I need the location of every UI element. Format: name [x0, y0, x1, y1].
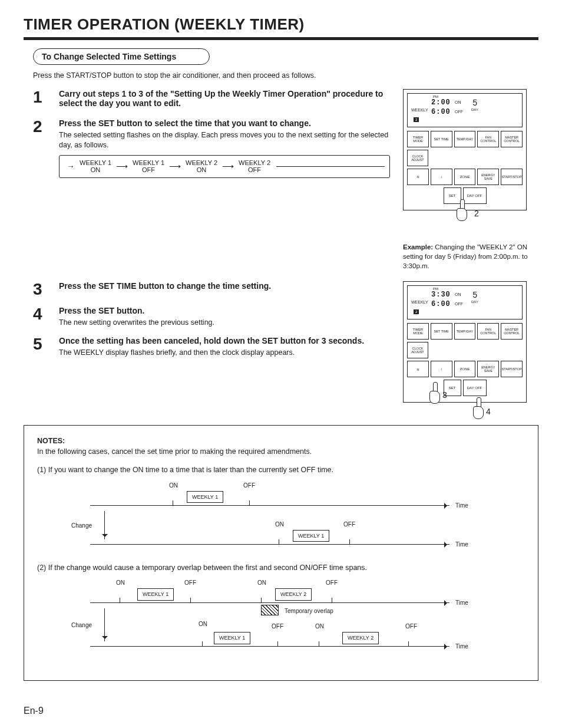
fan-control-button: FAN CONTROL — [477, 131, 499, 147]
step-number: 4 — [33, 306, 59, 328]
step-title: Once the setting has been canceled, hold… — [59, 336, 390, 345]
clock-adjust-button: CLOCK ADJUST — [407, 150, 428, 166]
step-number: 5 — [33, 336, 59, 358]
sequence-diagram: → WEEKLY 1ON ⟶ WEEKLY 1OFF ⟶ WEEKLY 2ON … — [59, 155, 390, 178]
step-desc: The selected setting flashes on the disp… — [59, 130, 390, 150]
section-heading: To Change Selected Time Settings — [33, 48, 210, 65]
notes-title: NOTES: — [37, 437, 65, 445]
set-time-button: SET TIME — [431, 131, 452, 147]
weekly1-box: WEEKLY 1 — [214, 632, 250, 644]
step-title: Press the SET button to select the time … — [59, 118, 390, 128]
zone-button: ZONE — [454, 169, 476, 185]
weekly1-box: WEEKLY 1 — [137, 588, 174, 601]
lcd-display: PM 2:00ON 6:00OFF WEEKLY 5 DAY 2 — [407, 93, 523, 127]
remote-illustration-2: PM 3:30ON 6:00OFF WEEKLY 5 DAY 2 TIMER M… — [403, 281, 527, 403]
swing-button: ≋ — [407, 361, 429, 377]
arrow-icon: ⟶ — [222, 162, 234, 171]
arrow-icon: → — [67, 162, 75, 171]
block-1: 1 Carry out steps 1 to 3 of the "Setting… — [33, 89, 538, 271]
timeline-diagram-1: ON OFF WEEKLY 1 Time Change ON OFF WEEKL… — [37, 479, 525, 556]
callout-number: 2 — [474, 209, 479, 218]
step-4: 4 Press the SET button. The new setting … — [33, 306, 390, 328]
step-number: 2 — [33, 118, 59, 178]
weekly2-box: WEEKLY 2 — [342, 632, 379, 644]
start-stop-button: START/STOP — [501, 169, 523, 185]
set-time-button: SET TIME — [431, 323, 452, 340]
timeline-diagram-2: ON OFF WEEKLY 1 ON OFF WEEKLY 2 Time Cha… — [37, 577, 525, 659]
remote-illustration-1: PM 2:00ON 6:00OFF WEEKLY 5 DAY 2 TIMER M… — [403, 89, 527, 210]
lcd-display: PM 3:30ON 6:00OFF WEEKLY 5 DAY 2 — [407, 285, 523, 319]
hand-pointer-icon — [429, 382, 442, 403]
temp-day-button: TEMP./DAY — [454, 323, 476, 340]
overlap-hatch — [261, 605, 279, 615]
arrow-icon: ⟶ — [116, 162, 128, 171]
master-control-button: MASTER CONTROL — [501, 323, 523, 340]
step-number: 3 — [33, 281, 59, 298]
callout-number: 4 — [486, 407, 491, 416]
down-arrow-icon — [104, 511, 105, 539]
energy-save-button: ENERGY SAVE — [477, 361, 499, 377]
divider — [24, 37, 538, 40]
clock-adjust-button: CLOCK ADJUST — [407, 342, 428, 358]
louver-button: ↕ — [431, 169, 452, 185]
step-desc: The WEEKLY display flashes briefly, and … — [59, 348, 390, 358]
hand-pointer-icon — [457, 199, 470, 220]
louver-button: ↕ — [431, 361, 452, 377]
step-1: 1 Carry out steps 1 to 3 of the "Setting… — [33, 89, 390, 110]
arrow-icon: ⟶ — [169, 162, 181, 171]
block-2: 3 Press the SET TIME button to change th… — [33, 281, 538, 409]
down-arrow-icon — [104, 608, 105, 641]
hand-pointer-icon — [473, 397, 486, 419]
temp-day-button: TEMP./DAY — [454, 131, 476, 147]
master-control-button: MASTER CONTROL — [501, 131, 523, 147]
timer-mode-button: TIMER MODE — [407, 131, 429, 147]
step-title: Press the SET button. — [59, 306, 390, 315]
notes-box: NOTES: In the following cases, cancel th… — [24, 425, 538, 681]
timer-mode-button: TIMER MODE — [407, 323, 429, 340]
swing-button: ≋ — [407, 169, 429, 185]
overlap-label: Temporary overlap — [285, 607, 333, 615]
day-off-button: DAY OFF — [463, 380, 487, 396]
zone-button: ZONE — [454, 361, 476, 377]
page-number: En-9 — [24, 706, 44, 716]
weekly2-box: WEEKLY 2 — [275, 588, 312, 601]
fan-control-button: FAN CONTROL — [477, 323, 499, 340]
step-desc: The new setting overwrites the previous … — [59, 318, 390, 328]
note-1: (1) If you want to change the ON time to… — [37, 465, 525, 476]
step-2: 2 Press the SET button to select the tim… — [33, 118, 390, 178]
page-title: TIMER OPERATION (WEEKLY TIMER) — [24, 15, 538, 34]
step-title: Carry out steps 1 to 3 of the "Setting U… — [59, 89, 390, 108]
intro-text: Press the START/STOP button to stop the … — [33, 71, 339, 81]
step-number: 1 — [33, 89, 59, 110]
manual-page: { "title": "TIMER OPERATION (WEEKLY TIME… — [0, 0, 562, 728]
example-caption: Example: Changing the "WEEKLY 2" ON sett… — [403, 242, 538, 271]
step-5: 5 Once the setting has been canceled, ho… — [33, 336, 390, 358]
note-2: (2) If the change would cause a temporar… — [37, 563, 525, 574]
start-stop-button: START/STOP — [501, 361, 523, 377]
notes-lead: In the following cases, cancel the set t… — [37, 447, 525, 457]
callout-number: 3 — [442, 390, 447, 400]
weekly1-box: WEEKLY 1 — [293, 530, 329, 542]
step-3: 3 Press the SET TIME button to change th… — [33, 281, 390, 298]
weekly1-box: WEEKLY 1 — [187, 491, 223, 503]
energy-save-button: ENERGY SAVE — [477, 169, 499, 185]
step-title: Press the SET TIME button to change the … — [59, 281, 390, 291]
